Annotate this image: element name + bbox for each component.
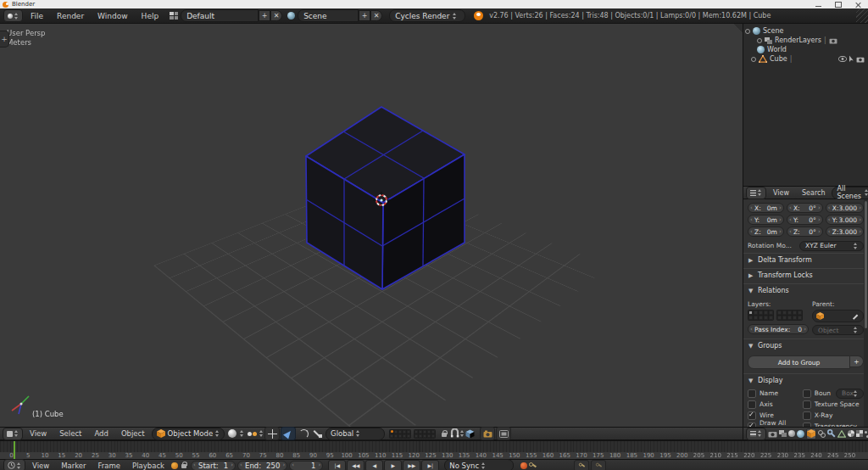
menu-file[interactable]: File xyxy=(25,11,49,21)
parent-type-dropdown[interactable]: Object xyxy=(812,325,864,335)
snap-element-icon[interactable] xyxy=(465,429,475,439)
layer-toggle[interactable] xyxy=(431,430,435,434)
parent-object-field[interactable] xyxy=(812,310,864,322)
layer-toggle[interactable] xyxy=(777,311,782,315)
display-texture-space-option[interactable]: Texture Space xyxy=(803,400,864,409)
rotation-mode-dropdown[interactable]: XYZ Euler xyxy=(799,241,864,251)
menu-select[interactable]: Select xyxy=(53,428,87,439)
panel-relations[interactable]: ▼Relations xyxy=(743,283,868,297)
layer-toggle[interactable] xyxy=(777,316,782,320)
layer-toggle[interactable] xyxy=(427,430,431,434)
scrollbar[interactable] xyxy=(864,199,868,427)
layer-toggle[interactable] xyxy=(403,434,406,438)
layer-toggle[interactable] xyxy=(798,316,802,320)
display-axis-option[interactable]: Axis xyxy=(748,400,799,409)
close-button[interactable] xyxy=(855,2,861,8)
display-name-option[interactable]: Name xyxy=(748,389,799,398)
previous-keyframe-button[interactable]: ◀◀ xyxy=(347,460,364,470)
layer-toggle[interactable] xyxy=(431,434,435,438)
layer-toggle[interactable] xyxy=(748,316,753,320)
layer-toggle[interactable] xyxy=(759,316,763,320)
outliner-row-world[interactable]: World xyxy=(745,45,866,54)
menu-add[interactable]: Add xyxy=(88,428,114,439)
location-x-field[interactable]: X:0m xyxy=(748,203,784,213)
resize-grip[interactable] xyxy=(856,8,868,23)
editor-type-selector[interactable] xyxy=(746,187,766,199)
tab-scene[interactable] xyxy=(788,428,795,439)
tab-texture[interactable] xyxy=(856,428,863,439)
layer-toggle[interactable] xyxy=(423,430,426,434)
layer-toggle[interactable] xyxy=(787,311,792,315)
menu-marker[interactable]: Marker xyxy=(56,462,91,470)
layer-toggle[interactable] xyxy=(415,430,418,434)
editor-type-selector[interactable] xyxy=(3,9,23,22)
layer-toggle[interactable] xyxy=(748,311,753,315)
menu-view[interactable]: View xyxy=(24,428,53,439)
jump-to-start-button[interactable]: |◀ xyxy=(328,460,346,470)
menu-help[interactable]: Help xyxy=(136,11,165,21)
tab-world[interactable] xyxy=(797,428,804,439)
scale-manipulator-button[interactable] xyxy=(311,428,325,439)
current-frame-field[interactable]: 1 xyxy=(289,461,323,470)
outliner-item-label[interactable]: Scene xyxy=(763,27,783,35)
lock-icon[interactable] xyxy=(181,462,187,469)
layer-toggle[interactable] xyxy=(394,434,398,438)
layer-toggle[interactable] xyxy=(427,434,431,438)
render-toggle-camera-icon[interactable] xyxy=(829,37,837,44)
panel-groups[interactable]: ▼Groups xyxy=(743,339,868,352)
insert-keyframe-button[interactable] xyxy=(574,460,589,470)
manipulator-toggle[interactable] xyxy=(264,427,280,440)
add-to-group-button[interactable]: Add to Group xyxy=(748,355,850,369)
eyedropper-icon[interactable] xyxy=(853,313,860,320)
delete-keyframe-button[interactable] xyxy=(591,460,606,470)
layer-toggle[interactable] xyxy=(407,434,410,438)
delete-scene-button[interactable]: ✕ xyxy=(370,10,382,21)
tab-constraints[interactable] xyxy=(818,428,826,439)
layer-toggle[interactable] xyxy=(793,311,797,315)
bounds-type-dropdown[interactable]: Box xyxy=(836,389,864,399)
layer-toggle[interactable] xyxy=(394,430,398,434)
layer-toggle[interactable] xyxy=(390,434,393,438)
layer-toggle[interactable] xyxy=(398,430,402,434)
visibility-eye-icon[interactable] xyxy=(838,56,847,62)
expand-toggle[interactable] xyxy=(751,57,756,62)
layer-toggle[interactable] xyxy=(419,430,422,434)
panel-transform-locks[interactable]: ▶Transform Locks xyxy=(743,268,868,282)
delete-layout-button[interactable]: ✕ xyxy=(270,10,282,21)
location-z-field[interactable]: Z:0m xyxy=(748,227,784,237)
menu-search[interactable]: Search xyxy=(796,188,831,198)
outliner-row-scene[interactable]: Scene xyxy=(745,26,866,36)
keying-key-icon[interactable] xyxy=(529,462,537,469)
end-frame-field[interactable]: End: 250 xyxy=(237,461,287,470)
sync-mode-dropdown[interactable]: No Sync xyxy=(444,459,514,470)
minimize-button[interactable] xyxy=(815,6,821,7)
scene-field[interactable]: Scene xyxy=(298,9,359,22)
scale-x-field[interactable]: X:3.000 xyxy=(826,203,864,213)
layer-toggle[interactable] xyxy=(754,311,758,315)
layer-toggle[interactable] xyxy=(419,434,422,438)
outliner-row-renderlayers[interactable]: RenderLayers | xyxy=(745,36,866,45)
new-group-button[interactable]: + xyxy=(850,355,864,367)
record-button[interactable] xyxy=(520,462,527,469)
pivot-point-dropdown[interactable] xyxy=(245,428,259,439)
tab-object[interactable] xyxy=(806,428,816,439)
pass-index-field[interactable]: Pass Index:0 xyxy=(748,324,809,334)
viewport-shading-dropdown[interactable] xyxy=(225,428,239,439)
render-still-button[interactable] xyxy=(480,427,495,440)
current-frame-marker[interactable] xyxy=(14,441,15,459)
screen-layout-field[interactable]: Default xyxy=(181,9,259,22)
tab-object-data[interactable] xyxy=(837,428,846,439)
display-xray-option[interactable]: X-Ray xyxy=(803,411,864,420)
render-opengl-button[interactable] xyxy=(496,427,511,440)
next-keyframe-button[interactable]: ▶▶ xyxy=(403,460,420,470)
layer-toggle[interactable] xyxy=(764,316,768,320)
transform-orientation-dropdown[interactable]: Global xyxy=(326,428,385,440)
display-bounds-option[interactable]: Boun Box xyxy=(803,389,864,398)
layer-toggle[interactable] xyxy=(769,311,773,315)
tab-render[interactable] xyxy=(768,428,777,439)
scene-icon[interactable] xyxy=(287,12,295,20)
editor-type-selector[interactable] xyxy=(3,428,23,440)
display-draw-all-edges-option[interactable]: Draw All Edges xyxy=(748,422,799,427)
play-button[interactable]: ▶ xyxy=(384,460,402,470)
rotation-x-field[interactable]: X:0° xyxy=(787,203,823,213)
